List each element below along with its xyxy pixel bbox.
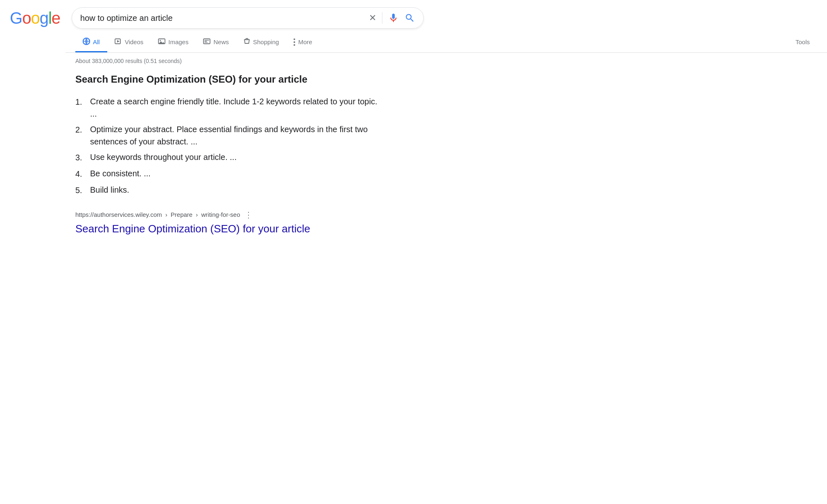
tab-news[interactable]: News xyxy=(196,34,236,52)
shopping-icon xyxy=(244,38,250,46)
tab-videos[interactable]: Videos xyxy=(107,34,151,52)
search-bar[interactable]: ✕ xyxy=(72,7,424,29)
list-item: 2. Optimize your abstract. Place essenti… xyxy=(75,122,383,149)
search-icons: ✕ xyxy=(369,12,415,24)
tab-images-label: Images xyxy=(168,38,188,45)
snippet-title: Search Engine Optimization (SEO) for you… xyxy=(75,72,383,86)
search-button[interactable] xyxy=(404,13,415,23)
list-item: 4. Be consistent. ... xyxy=(75,166,383,182)
list-item: 5. Build links. xyxy=(75,182,383,198)
list-item: 3. Use keywords throughout your article.… xyxy=(75,149,383,166)
svg-marker-4 xyxy=(117,40,120,43)
logo-o2: o xyxy=(31,9,39,27)
microphone-button[interactable] xyxy=(388,13,399,23)
list-item-text: Create a search engine friendly title. I… xyxy=(90,95,383,120)
featured-snippet: Search Engine Optimization (SEO) for you… xyxy=(75,72,383,198)
search-nav: All Videos Images xyxy=(66,33,827,53)
results-count: About 383,000,000 results (0.51 seconds) xyxy=(66,53,827,64)
header: Google ✕ xyxy=(0,0,827,33)
logo-g2: g xyxy=(40,9,48,27)
logo-g1: G xyxy=(10,9,22,27)
videos-icon xyxy=(115,38,122,45)
svg-marker-7 xyxy=(158,41,165,44)
clear-button[interactable]: ✕ xyxy=(369,13,376,23)
logo-e: e xyxy=(52,9,60,27)
images-icon xyxy=(158,38,165,45)
tab-videos-label: Videos xyxy=(125,38,144,45)
tab-news-label: News xyxy=(213,38,229,45)
tab-more[interactable]: More xyxy=(286,34,319,52)
main-content: Search Engine Optimization (SEO) for you… xyxy=(66,64,393,244)
list-item-text: Be consistent. ... xyxy=(90,167,151,180)
breadcrumb1: Prepare xyxy=(171,211,192,218)
kebab-menu-button[interactable]: ⋮ xyxy=(244,210,253,220)
all-icon xyxy=(83,38,90,46)
tab-tools[interactable]: Tools xyxy=(788,34,817,52)
google-logo[interactable]: Google xyxy=(10,10,60,26)
result-title-link[interactable]: Search Engine Optimization (SEO) for you… xyxy=(75,221,383,236)
search-input[interactable] xyxy=(80,14,363,23)
search-icon xyxy=(404,13,415,23)
result-url-area: https://authorservices.wiley.com › Prepa… xyxy=(75,210,383,220)
results-count-text: About 383,000,000 results (0.51 seconds) xyxy=(75,58,182,64)
list-item-text: Optimize your abstract. Place essential … xyxy=(90,123,383,148)
tab-all-label: All xyxy=(93,38,100,45)
divider xyxy=(382,12,382,24)
tab-all[interactable]: All xyxy=(75,33,107,52)
list-item-text: Build links. xyxy=(90,184,129,197)
breadcrumb2: writing-for-seo xyxy=(201,211,240,218)
microphone-icon xyxy=(388,13,399,23)
list-item: 1. Create a search engine friendly title… xyxy=(75,94,383,122)
snippet-list: 1. Create a search engine friendly title… xyxy=(75,94,383,198)
result-domain: https://authorservices.wiley.com xyxy=(75,211,162,218)
more-icon xyxy=(294,38,295,46)
svg-point-6 xyxy=(160,40,161,41)
result-url: https://authorservices.wiley.com › Prepa… xyxy=(75,211,240,218)
tab-shopping-label: Shopping xyxy=(253,38,279,45)
tab-more-label: More xyxy=(298,38,312,45)
tab-tools-label: Tools xyxy=(795,38,810,45)
logo-l: l xyxy=(48,9,52,27)
tab-images[interactable]: Images xyxy=(151,34,196,52)
news-icon xyxy=(203,38,210,45)
logo-o1: o xyxy=(22,9,31,27)
list-item-text: Use keywords throughout your article. ..… xyxy=(90,151,237,164)
tab-shopping[interactable]: Shopping xyxy=(236,33,286,52)
